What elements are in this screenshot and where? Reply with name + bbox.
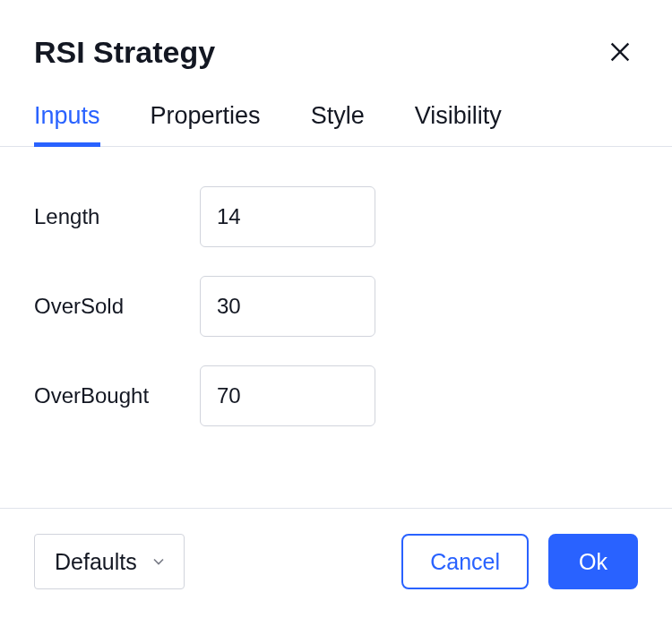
overbought-input[interactable] <box>200 365 375 426</box>
close-icon <box>607 39 633 64</box>
ok-button[interactable]: Ok <box>548 534 638 589</box>
dialog-title: RSI Strategy <box>34 35 215 70</box>
input-row-oversold: OverSold <box>34 276 638 337</box>
oversold-input[interactable] <box>200 276 375 337</box>
input-label: Length <box>34 204 200 229</box>
cancel-button[interactable]: Cancel <box>401 534 529 589</box>
dialog-header: RSI Strategy <box>0 0 672 70</box>
inputs-panel: Length OverSold OverBought <box>0 147 672 508</box>
length-input[interactable] <box>200 186 375 247</box>
tab-properties[interactable]: Properties <box>151 102 261 146</box>
dialog-footer: Defaults Cancel Ok <box>0 508 672 618</box>
input-label: OverBought <box>34 383 200 408</box>
tabs-bar: Inputs Properties Style Visibility <box>0 70 672 147</box>
input-label: OverSold <box>34 294 200 319</box>
chevron-down-icon <box>150 553 168 571</box>
input-row-overbought: OverBought <box>34 365 638 426</box>
tab-style[interactable]: Style <box>311 102 365 146</box>
defaults-dropdown[interactable]: Defaults <box>34 534 185 589</box>
defaults-label: Defaults <box>55 549 137 575</box>
tab-inputs[interactable]: Inputs <box>34 102 100 146</box>
close-button[interactable] <box>602 34 638 70</box>
input-row-length: Length <box>34 186 638 247</box>
footer-actions: Cancel Ok <box>401 534 638 589</box>
tab-visibility[interactable]: Visibility <box>415 102 502 146</box>
settings-dialog: RSI Strategy Inputs Properties Style Vis… <box>0 0 672 618</box>
